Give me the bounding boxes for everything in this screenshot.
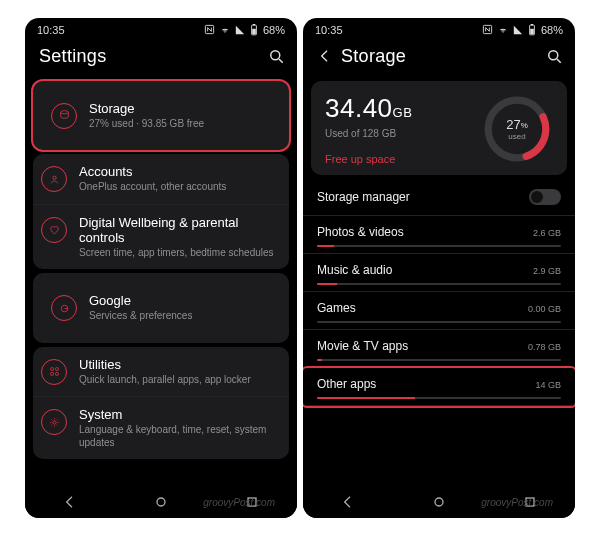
nav-bar [303, 488, 575, 518]
category-size: 0.00 GB [528, 304, 561, 314]
item-subtitle: OnePlus account, other accounts [79, 181, 226, 194]
svg-rect-2 [253, 24, 255, 25]
home-button[interactable] [153, 494, 169, 510]
settings-list: Storage 27% used · 93.85 GB free Account… [25, 77, 297, 518]
settings-item-google[interactable]: Google Services & preferences [33, 273, 289, 343]
signal-icon [513, 25, 523, 35]
status-battery: 68% [263, 24, 285, 36]
battery-icon [527, 24, 537, 36]
svg-point-12 [52, 420, 55, 423]
storage-total: Used of 128 GB [325, 128, 412, 139]
category-games[interactable]: Games 0.00 GB [303, 292, 575, 330]
google-icon [51, 295, 77, 321]
storage-manager-toggle[interactable] [529, 189, 561, 205]
storage-used-value: 34.40GB [325, 93, 412, 124]
svg-rect-18 [530, 28, 534, 33]
storage-manager-label: Storage manager [317, 190, 410, 204]
settings-item-wellbeing[interactable]: Digital Wellbeing & parental controls Sc… [33, 204, 289, 270]
storage-donut-chart: 27% used [481, 93, 553, 165]
back-icon[interactable] [317, 48, 333, 64]
svg-point-6 [52, 176, 55, 179]
heart-icon [41, 217, 67, 243]
settings-item-accounts[interactable]: Accounts OnePlus account, other accounts [33, 154, 289, 204]
svg-point-4 [271, 51, 280, 60]
storage-summary: 34.40GB Used of 128 GB Free up space 27%… [311, 81, 567, 175]
category-music[interactable]: Music & audio 2.9 GB [303, 254, 575, 292]
item-subtitle: Services & preferences [89, 310, 192, 323]
category-size: 14 GB [535, 380, 561, 390]
category-other-apps[interactable]: Other apps 14 GB [303, 368, 575, 406]
svg-rect-14 [248, 498, 256, 506]
apps-icon [41, 359, 67, 385]
category-title: Movie & TV apps [317, 339, 408, 353]
category-size: 0.78 GB [528, 342, 561, 352]
item-subtitle: Screen time, app timers, bedtime schedul… [79, 247, 281, 260]
item-title: Digital Wellbeing & parental controls [79, 215, 281, 245]
home-button[interactable] [431, 494, 447, 510]
recent-button[interactable] [244, 494, 260, 510]
svg-rect-8 [50, 368, 53, 371]
item-title: Google [89, 293, 192, 308]
free-up-space-link[interactable]: Free up space [325, 153, 412, 165]
category-size: 2.6 GB [533, 228, 561, 238]
settings-item-storage[interactable]: Storage 27% used · 93.85 GB free [33, 81, 289, 151]
back-button[interactable] [62, 494, 78, 510]
settings-group-1: Accounts OnePlus account, other accounts… [33, 154, 289, 269]
nfc-icon [482, 24, 493, 35]
wifi-icon [497, 25, 509, 35]
status-time: 10:35 [315, 24, 343, 36]
signal-icon [235, 25, 245, 35]
donut-percent: 27 [506, 117, 520, 132]
status-right: 68% [482, 24, 563, 36]
category-title: Other apps [317, 377, 376, 391]
settings-icon [41, 409, 67, 435]
nav-bar [25, 488, 297, 518]
svg-rect-23 [526, 498, 534, 506]
svg-rect-9 [55, 368, 58, 371]
status-bar: 10:35 68% [25, 18, 297, 38]
status-battery: 68% [541, 24, 563, 36]
category-title: Music & audio [317, 263, 392, 277]
status-time: 10:35 [37, 24, 65, 36]
status-right: 68% [204, 24, 285, 36]
item-title: System [79, 407, 281, 422]
item-title: Storage [89, 101, 204, 116]
settings-header: Settings [25, 38, 297, 77]
item-subtitle: Quick launch, parallel apps, app locker [79, 374, 251, 387]
settings-group-2: Utilities Quick launch, parallel apps, a… [33, 347, 289, 460]
wifi-icon [219, 25, 231, 35]
svg-point-13 [157, 498, 165, 506]
item-subtitle: 27% used · 93.85 GB free [89, 118, 204, 131]
category-movies[interactable]: Movie & TV apps 0.78 GB [303, 330, 575, 368]
svg-rect-17 [531, 24, 533, 25]
category-photos[interactable]: Photos & videos 2.6 GB [303, 216, 575, 254]
storage-header: Storage [303, 38, 575, 77]
svg-point-5 [60, 111, 68, 114]
category-size: 2.9 GB [533, 266, 561, 276]
svg-point-19 [549, 51, 558, 60]
svg-rect-10 [50, 373, 53, 376]
search-icon[interactable] [545, 47, 563, 65]
category-title: Games [317, 301, 356, 315]
status-bar: 10:35 68% [303, 18, 575, 38]
nfc-icon [204, 24, 215, 35]
page-title: Settings [39, 46, 106, 67]
page-title: Storage [341, 46, 406, 67]
storage-content: 34.40GB Used of 128 GB Free up space 27%… [303, 77, 575, 518]
svg-rect-11 [55, 373, 58, 376]
item-title: Utilities [79, 357, 251, 372]
storage-manager-row[interactable]: Storage manager [303, 179, 575, 216]
item-subtitle: Language & keyboard, time, reset, system… [79, 424, 281, 449]
phone-right: 10:35 68% Storage 34.40GB Used of 128 [303, 18, 575, 518]
settings-item-utilities[interactable]: Utilities Quick launch, parallel apps, a… [33, 347, 289, 397]
svg-point-22 [435, 498, 443, 506]
storage-icon [51, 103, 77, 129]
donut-label: used [508, 132, 525, 141]
item-title: Accounts [79, 164, 226, 179]
user-icon [41, 166, 67, 192]
back-button[interactable] [340, 494, 356, 510]
settings-item-system[interactable]: System Language & keyboard, time, reset,… [33, 396, 289, 459]
recent-button[interactable] [522, 494, 538, 510]
search-icon[interactable] [267, 47, 285, 65]
phone-left: 10:35 68% Settings Storage 27% used · 9 [25, 18, 297, 518]
